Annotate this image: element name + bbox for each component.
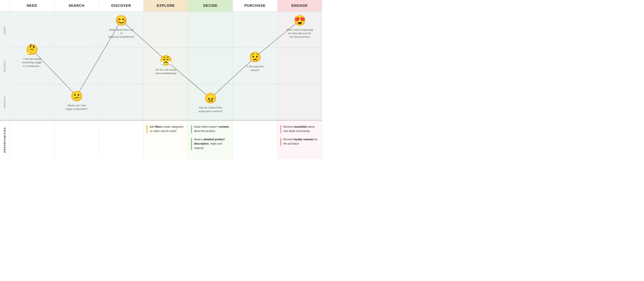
opportunities-row: OPPORTUNITIES Add filters inside categor… <box>0 120 322 159</box>
emoji-node: 😍 <box>294 15 306 26</box>
emoji-node: 🤔 <box>26 44 38 54</box>
row-label-unhappy: UNHAPPY <box>0 84 10 120</box>
emoji-node: 😤 <box>160 55 172 66</box>
opp-engage: Receive newsletter about new deals and b… <box>278 121 322 159</box>
header-explore: EXPLORE <box>144 0 188 12</box>
opp-item: Receive newsletter about new deals and b… <box>280 124 319 133</box>
opp-search <box>54 121 99 159</box>
opp-explore: Add filters inside categories to make se… <box>144 121 188 159</box>
quote-text: I feel like eatingsomething veggiein a r… <box>18 57 46 68</box>
emoji-node: 😕 <box>70 91 83 101</box>
grid-cols: 🤔I feel like eatingsomething veggiein a … <box>10 12 322 120</box>
opp-cols: Add filters inside categories to make se… <box>10 121 322 159</box>
opp-discover <box>99 121 144 159</box>
opp-bar-green-2 <box>191 138 192 150</box>
journey-map: NEED SEARCH DISCOVER EXPLORE DECIDE PURC… <box>0 0 322 159</box>
opp-decide: Read others buyer's reviews about the pr… <box>188 121 233 159</box>
opp-item: Read others buyer's reviews about the pr… <box>191 124 230 133</box>
header-purchase: PURCHASE <box>233 0 278 12</box>
quote-text: Is this paymentsecure? <box>242 65 269 72</box>
opp-text-decide-2: Read a detailed product description, ori… <box>194 137 230 150</box>
emoji-node: 😊 <box>115 15 128 26</box>
quote-text: Oh It's a bit messyand overwhelming! <box>152 68 180 75</box>
quote-text: How do I know If thisrestaurant is worth… <box>197 106 224 113</box>
opp-item: Receive loyalty rewards for the purchase <box>280 137 319 146</box>
opp-bar-yellow <box>146 125 148 133</box>
row-label-neutral: NEUTRAL <box>0 48 10 84</box>
opp-label: OPPORTUNITIES <box>3 127 6 153</box>
opp-item: Add filters inside categories to make se… <box>146 124 185 133</box>
opp-item: Read a detailed product description, ori… <box>191 137 230 150</box>
header-need: NEED <box>10 0 54 12</box>
header-corner <box>0 0 10 12</box>
row-label-happy: HAPPY <box>0 12 10 48</box>
opp-text-decide-1: Read others buyer's reviews about the pr… <box>194 124 230 133</box>
opp-purchase <box>233 121 278 159</box>
opp-need <box>10 121 54 159</box>
row-labels: HAPPY NEUTRAL UNHAPPY <box>0 12 10 120</box>
quote-text: Wow! Veond has a lot ofrestaurant experi… <box>108 28 135 39</box>
journey-area: HAPPY NEUTRAL UNHAPPY <box>0 12 322 120</box>
opp-bar-pink <box>280 125 281 133</box>
quote-text: Nice! I wasn't expectingan extra discoun… <box>286 28 313 39</box>
header-engage: ENGAGE <box>278 0 322 12</box>
opp-text-engage-2: Receive loyalty rewards for the purchase <box>283 137 319 146</box>
opp-bar-green <box>191 125 192 133</box>
emoji-node: 😠 <box>204 93 217 103</box>
header-row: NEED SEARCH DISCOVER EXPLORE DECIDE PURC… <box>0 0 322 12</box>
header-search: SEARCH <box>54 0 99 12</box>
header-decide: DECIDE <box>188 0 233 12</box>
emoji-node: 😟 <box>249 52 262 62</box>
quote-text: Where can I findvegan restaurants? <box>63 104 90 111</box>
opp-bar-pink-2 <box>280 138 281 146</box>
opp-label-col: OPPORTUNITIES <box>0 121 10 159</box>
opp-text-explore: Add filters inside categories to make se… <box>149 124 185 133</box>
header-discover: DISCOVER <box>99 0 144 12</box>
opp-text-engage-1: Receive newsletter about new deals and b… <box>283 124 319 133</box>
